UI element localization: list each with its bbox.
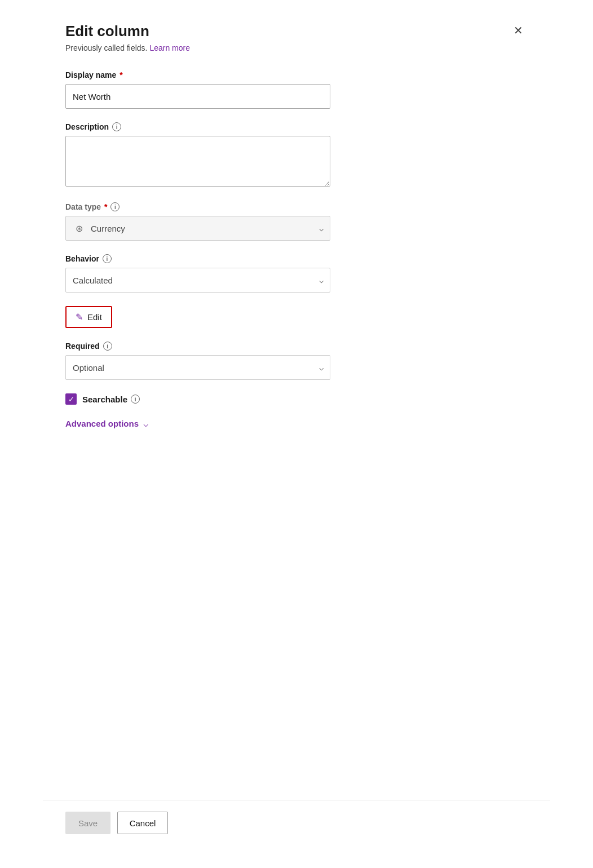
advanced-options-chevron-icon: ⌵ bbox=[143, 418, 149, 429]
display-name-label: Display name * bbox=[65, 70, 528, 79]
advanced-options-row[interactable]: Advanced options ⌵ bbox=[65, 418, 528, 429]
data-type-info-icon: i bbox=[110, 202, 120, 211]
searchable-row: ✓ Searchable i bbox=[65, 393, 528, 405]
advanced-options-label: Advanced options bbox=[65, 419, 139, 428]
save-button[interactable]: Save bbox=[65, 812, 110, 834]
required-star-name: * bbox=[120, 70, 122, 79]
description-label: Description i bbox=[65, 122, 528, 131]
behavior-select[interactable]: Calculated bbox=[65, 268, 330, 293]
panel-header: Edit column ✕ bbox=[65, 23, 528, 40]
learn-more-link[interactable]: Learn more bbox=[149, 43, 190, 52]
footer: Save Cancel bbox=[43, 800, 550, 845]
required-info-icon: i bbox=[103, 342, 112, 351]
panel-title: Edit column bbox=[65, 23, 149, 40]
required-select[interactable]: Optional bbox=[65, 355, 330, 380]
data-type-group: Data type * i ⊛ Currency ⌵ bbox=[65, 202, 528, 241]
edit-button[interactable]: ✎ Edit bbox=[65, 306, 112, 328]
edit-button-group: ✎ Edit bbox=[65, 306, 528, 328]
data-type-select[interactable]: ⊛ Currency bbox=[65, 216, 330, 241]
subtitle-text: Previously called fields. Learn more bbox=[65, 43, 528, 52]
description-info-icon: i bbox=[112, 122, 121, 131]
data-type-select-wrapper: ⊛ Currency ⌵ bbox=[65, 216, 330, 241]
required-group: Required i Optional ⌵ bbox=[65, 342, 528, 380]
checkmark-icon: ✓ bbox=[68, 396, 74, 403]
required-label: Required i bbox=[65, 342, 528, 351]
searchable-label: Searchable i bbox=[82, 395, 140, 404]
searchable-info-icon: i bbox=[131, 395, 140, 404]
description-group: Description i bbox=[65, 122, 528, 189]
searchable-checkbox[interactable]: ✓ bbox=[65, 393, 77, 405]
behavior-info-icon: i bbox=[103, 254, 112, 263]
behavior-group: Behavior i Calculated ⌵ bbox=[65, 254, 528, 293]
edit-column-panel: Edit column ✕ Previously called fields. … bbox=[43, 0, 550, 868]
close-button[interactable]: ✕ bbox=[509, 23, 528, 38]
description-input[interactable] bbox=[65, 136, 330, 187]
display-name-input[interactable] bbox=[65, 84, 330, 109]
data-type-label: Data type * i bbox=[65, 202, 528, 211]
behavior-select-wrapper: Calculated ⌵ bbox=[65, 268, 330, 293]
currency-icon: ⊛ bbox=[73, 222, 85, 234]
cancel-button[interactable]: Cancel bbox=[117, 812, 168, 834]
display-name-group: Display name * bbox=[65, 70, 528, 109]
required-star-type: * bbox=[104, 202, 107, 211]
required-select-wrapper: Optional ⌵ bbox=[65, 355, 330, 380]
pencil-icon: ✎ bbox=[76, 312, 83, 322]
behavior-label: Behavior i bbox=[65, 254, 528, 263]
